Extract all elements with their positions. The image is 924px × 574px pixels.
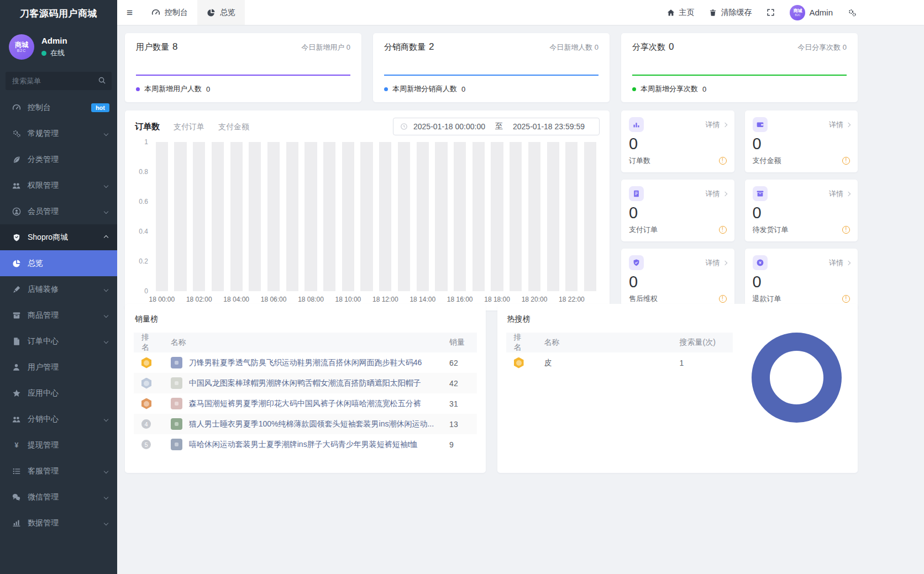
date-to[interactable]: 2025-01-18 23:59:59 [513, 122, 585, 131]
stat-card-footer: 本周新增分销商人数0 [384, 84, 599, 94]
name-cell: 嘻哈休闲运动套装男士夏季潮牌ins胖子大码青少年男装短裤短袖t恤 [163, 434, 442, 455]
product-name[interactable]: 中国风龙图案棒球帽男潮牌休闲鸭舌帽女潮流百搭防晒遮阳太阳帽子 [189, 378, 421, 388]
y-tick-label: 0.6 [139, 198, 148, 206]
chart-bar-slot [581, 142, 600, 291]
hot-search-table: 排名名称搜索量(次) 皮1 [506, 333, 733, 373]
chevron-left-icon [104, 183, 108, 187]
hamburger-icon[interactable]: ≡ [117, 7, 142, 19]
sidebar-item-订单中心[interactable]: 订单中心 [0, 328, 117, 354]
detail-link[interactable]: 详情 [706, 189, 727, 199]
column-header-销量: 销量 [442, 333, 476, 352]
tab-label: 总览 [220, 8, 235, 18]
x-tick-label: 18 18:00 [484, 296, 510, 303]
sidebar-item-应用中心[interactable]: 应用中心 [0, 380, 117, 406]
sidebar-item-label: 微信管理 [28, 492, 104, 502]
name-cell: 中国风龙图案棒球帽男潮牌休闲鸭舌帽女潮流百搭防晒遮阳太阳帽子 [163, 373, 442, 393]
stat-card-title: 用户数量 [136, 42, 169, 51]
pie-icon [11, 259, 22, 268]
tile-退款订单: ¥详情0退款订单! [745, 249, 858, 310]
sidebar-item-总览[interactable]: 总览 [0, 250, 117, 276]
chart-bar-slot [246, 142, 265, 291]
sidebar-item-label: 分销中心 [28, 414, 104, 424]
clear-cache-button[interactable]: 清除缓存 [709, 8, 752, 18]
topbar-user[interactable]: 商城B2C Admin [790, 5, 833, 20]
warning-icon[interactable]: ! [842, 226, 850, 234]
sidebar-item-商品管理[interactable]: 商品管理 [0, 302, 117, 328]
sales-cell: 31 [442, 393, 476, 414]
tile-header: 详情 [753, 117, 851, 132]
menu-search-input[interactable] [6, 72, 112, 90]
tile-label: 售后维权 [629, 294, 658, 304]
search-icon[interactable] [98, 76, 106, 85]
stat-card-value: 0 [669, 41, 674, 52]
sidebar-item-Shopro商城[interactable]: Shopro商城 [0, 224, 117, 250]
trash-icon [709, 9, 717, 17]
warning-icon[interactable]: ! [719, 157, 727, 165]
product-name[interactable]: 森马国潮短裤男夏季潮印花大码中国风裤子休闲嘻哈潮流宽松五分裤 [189, 399, 421, 409]
fullscreen-button[interactable] [767, 8, 775, 17]
tile-value: 0 [753, 205, 851, 221]
chevron-left-icon [104, 468, 108, 473]
chart-tab-支付金额[interactable]: 支付金额 [218, 122, 249, 132]
tile-footer: 支付订单! [629, 225, 727, 235]
chart-bar-slot [358, 142, 376, 291]
medal-2-icon [141, 378, 151, 389]
chart-bar-slot [525, 142, 544, 291]
sidebar-item-数据管理[interactable]: 数据管理 [0, 510, 117, 536]
sidebar-item-label: 数据管理 [28, 518, 104, 528]
sidebar-item-用户管理[interactable]: 用户管理 [0, 354, 117, 380]
sidebar-item-权限管理[interactable]: 权限管理 [0, 172, 117, 198]
product-name[interactable]: 猫人男士睡衣男夏季100%纯棉薄款圆领套头短袖套装男ins潮休闲运动... [189, 419, 434, 429]
x-tick-label: 18 20:00 [522, 296, 548, 303]
home-button[interactable]: 主页 [667, 8, 694, 18]
warning-icon[interactable]: ! [842, 295, 850, 303]
sidebar-item-控制台[interactable]: 控制台hot [0, 94, 117, 120]
product-name[interactable]: 嘻哈休闲运动套装男士夏季潮牌ins胖子大码青少年男装短裤短袖t恤 [189, 440, 418, 450]
settings-button[interactable] [848, 8, 857, 17]
stat-card-header: 分销商数量2今日新增人数 0 [384, 41, 599, 52]
refund-icon: ¥ [753, 255, 768, 270]
week-value: 0 [702, 85, 706, 93]
sidebar-item-分销中心[interactable]: 分销中心 [0, 406, 117, 432]
detail-label: 详情 [829, 120, 843, 130]
table-row: 刀锋男鞋夏季透气防臭飞织运动鞋男潮流百搭休闲网面跑步鞋大码4662 [134, 352, 477, 373]
box-icon [11, 311, 22, 320]
detail-link[interactable]: 详情 [829, 120, 850, 130]
warning-icon[interactable]: ! [719, 295, 727, 303]
warning-icon[interactable]: ! [719, 226, 727, 234]
sidebar-item-分类管理[interactable]: 分类管理 [0, 146, 117, 172]
sidebar-item-提现管理[interactable]: ¥提现管理 [0, 432, 117, 458]
chart-tab-支付订单[interactable]: 支付订单 [174, 122, 204, 132]
avatar[interactable]: 商城 B2C [9, 34, 34, 60]
chart-bar [528, 142, 540, 291]
sidebar-item-label: Shopro商城 [28, 233, 104, 243]
tab-控制台[interactable]: 控制台 [142, 0, 197, 25]
sales-cell: 13 [442, 414, 476, 434]
chart-tabs: 订单数支付订单支付金额 [135, 122, 249, 132]
svg-text:¥: ¥ [759, 260, 762, 265]
product-name[interactable]: 刀锋男鞋夏季透气防臭飞织运动鞋男潮流百搭休闲网面跑步鞋大码46 [189, 358, 422, 368]
detail-link[interactable]: 详情 [706, 120, 727, 130]
date-range-picker[interactable]: 2025-01-18 00:00:00 至 2025-01-18 23:59:5… [393, 118, 600, 135]
warning-icon[interactable]: ! [842, 157, 850, 165]
sidebar-item-客服管理[interactable]: 客服管理 [0, 458, 117, 484]
detail-link[interactable]: 详情 [829, 258, 850, 268]
tile-售后维权: 详情0售后维权! [621, 249, 734, 310]
product-thumbnail [171, 357, 182, 368]
sidebar-item-label: 用户管理 [28, 362, 109, 372]
table-row: 皮1 [506, 352, 733, 373]
users-icon [11, 181, 22, 190]
chart-tab-订单数[interactable]: 订单数 [135, 122, 160, 132]
detail-link[interactable]: 详情 [706, 258, 727, 268]
detail-link[interactable]: 详情 [829, 189, 850, 199]
chart-bar [417, 142, 429, 291]
sidebar-item-常规管理[interactable]: 常规管理 [0, 120, 117, 146]
user-name: Admin [41, 36, 67, 45]
rank-badge: 4 [141, 419, 151, 429]
sidebar-item-会员管理[interactable]: 会员管理 [0, 198, 117, 224]
sidebar-item-微信管理[interactable]: 微信管理 [0, 484, 117, 510]
date-from[interactable]: 2025-01-18 00:00:00 [413, 122, 485, 131]
table-row: 中国风龙图案棒球帽男潮牌休闲鸭舌帽女潮流百搭防晒遮阳太阳帽子42 [134, 373, 477, 393]
sidebar-item-店铺装修[interactable]: 店铺装修 [0, 276, 117, 302]
tab-总览[interactable]: 总览 [197, 0, 245, 25]
